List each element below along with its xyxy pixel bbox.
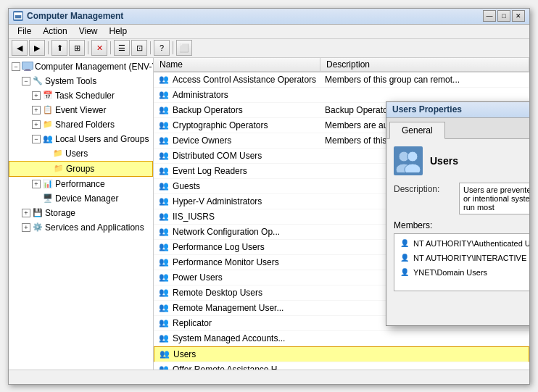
tree-local-users-groups-label: Local Users and Groups [55, 134, 149, 144]
event-viewer-expand[interactable]: + [32, 106, 41, 114]
help-button[interactable]: ? [154, 40, 170, 56]
dialog-content: Users Description: Users are prevented f… [386, 139, 529, 325]
users-expand-placeholder [42, 149, 51, 158]
system-tools-expand[interactable]: − [22, 77, 30, 86]
task-scheduler-icon: 📅 [42, 90, 54, 101]
console-button[interactable]: ⬜ [176, 40, 192, 56]
member-item-0[interactable]: 👤 NT AUTHORITY\Authenticated Users (S-1-… [397, 236, 529, 251]
list-cell-name: 👥 Users [154, 348, 321, 361]
tree-services-applications[interactable]: + ⚙️ Services and Applications [9, 220, 153, 235]
services-expand[interactable]: + [22, 223, 30, 232]
col-desc-header[interactable]: Description [320, 58, 529, 71]
dialog-members-list[interactable]: 👤 NT AUTHORITY\Authenticated Users (S-1-… [394, 233, 529, 291]
close-button[interactable]: ✕ [512, 10, 525, 22]
maximize-button[interactable]: □ [497, 10, 510, 22]
view-button[interactable]: ⊡ [131, 40, 147, 56]
group-icon: 👥 [158, 196, 170, 207]
device-manager-expand-placeholder [32, 194, 41, 203]
group-icon: 👥 [158, 257, 170, 268]
group-icon: 👥 [158, 104, 170, 116]
performance-expand[interactable]: + [32, 180, 41, 188]
member-icon-2: 👤 [399, 267, 410, 278]
menu-action[interactable]: Action [37, 25, 73, 38]
users-icon: 📁 [52, 148, 64, 159]
up-button[interactable]: ⬆ [51, 40, 67, 56]
list-cell-name: 👥 Power Users [154, 271, 320, 284]
group-icon: 👥 [158, 364, 170, 370]
group-icon: 👥 [158, 135, 170, 146]
tree-groups[interactable]: 📁 Groups [9, 161, 153, 177]
tree-event-viewer[interactable]: + 📋 Event Viewer [9, 103, 153, 117]
users-properties-dialog: Users Properties ? General [386, 101, 529, 326]
system-tools-icon: 🔧 [32, 75, 44, 87]
tree-root[interactable]: − Computer Management (ENV-Y [9, 59, 153, 74]
menu-view[interactable]: View [73, 25, 104, 38]
group-icon: 👥 [158, 226, 170, 238]
tree-local-users-groups[interactable]: − 👥 Local Users and Groups [9, 132, 153, 146]
tree-device-manager[interactable]: 🖥️ Device Manager [9, 191, 153, 206]
dialog-description-row: Description: Users are prevented from ma… [394, 183, 529, 214]
toolbar-sep-5 [173, 41, 173, 54]
local-users-groups-expand[interactable]: − [32, 135, 41, 143]
dialog-tabs: General [386, 118, 529, 139]
dialog-members-section: Members: 👤 NT AUTHORITY\Authenticated Us… [394, 220, 529, 291]
list-item[interactable]: 👥 Access Control Assistance Operators Me… [154, 72, 529, 88]
group-icon: 👥 [158, 150, 170, 162]
content-area: − Computer Management (ENV-Y − 🔧 System … [9, 58, 529, 370]
group-icon: 👥 [158, 333, 170, 344]
performance-icon: 📊 [42, 178, 54, 190]
groups-icon: 📁 [53, 163, 65, 175]
storage-icon: 💾 [32, 207, 44, 219]
menu-file[interactable]: File [12, 25, 37, 38]
back-button[interactable]: ◀ [12, 40, 28, 56]
dialog-user-name: Users [430, 155, 458, 167]
list-cell-name: 👥 Device Owners [154, 134, 320, 147]
storage-expand[interactable]: + [22, 209, 30, 217]
tree-task-scheduler[interactable]: + 📅 Task Scheduler [9, 88, 153, 103]
menu-bar: File Action View Help [9, 25, 529, 39]
shared-folders-expand[interactable]: + [32, 120, 41, 129]
delete-button[interactable]: ✕ [91, 40, 107, 56]
properties-button[interactable]: ☰ [114, 40, 130, 56]
forward-button[interactable]: ▶ [29, 40, 45, 56]
task-scheduler-expand[interactable]: + [32, 91, 41, 100]
list-panel: Name Description 👥 Access Control Assist… [154, 58, 529, 370]
list-item[interactable]: 👥 System Managed Accounts... [154, 331, 529, 346]
list-cell-name: 👥 Event Log Readers [154, 164, 320, 178]
event-viewer-icon: 📋 [42, 104, 54, 116]
member-item-2[interactable]: 👤 YNET\Domain Users [397, 265, 529, 280]
list-item[interactable]: 👥 Offer Remote Assistance H... [154, 362, 529, 370]
tree-users[interactable]: 📁 Users [9, 146, 153, 161]
root-expand-icon[interactable]: − [12, 62, 20, 71]
group-icon: 👥 [158, 89, 170, 101]
tree-event-viewer-label: Event Viewer [55, 105, 106, 115]
list-cell-name: 👥 Offer Remote Assistance H... [154, 363, 320, 370]
tree-performance[interactable]: + 📊 Performance [9, 177, 153, 191]
col-name-header[interactable]: Name [154, 58, 320, 71]
tab-general[interactable]: General [389, 122, 445, 139]
list-item[interactable]: 👥 Administrators [154, 88, 529, 103]
tree-system-tools-label: System Tools [45, 76, 96, 86]
svg-rect-4 [25, 69, 30, 70]
title-bar-buttons: — □ ✕ [483, 10, 525, 22]
tree-panel[interactable]: − Computer Management (ENV-Y − 🔧 System … [9, 58, 154, 370]
list-cell-name: 👥 Cryptographic Operators [154, 119, 320, 132]
tree-storage[interactable]: + 💾 Storage [9, 206, 153, 220]
menu-help[interactable]: Help [104, 25, 133, 38]
member-name-0: NT AUTHORITY\Authenticated Users (S-1-5-… [413, 239, 529, 248]
group-icon: 👥 [158, 211, 170, 222]
toolbar-sep-2 [88, 41, 88, 54]
svg-point-8 [407, 151, 418, 162]
dialog-description-value[interactable]: Users are prevented from making accident… [459, 183, 529, 214]
dialog-title-text: Users Properties [392, 104, 462, 114]
show-desktop-button[interactable]: ⊞ [69, 40, 85, 56]
device-manager-icon: 🖥️ [42, 193, 54, 204]
tree-system-tools[interactable]: − 🔧 System Tools [9, 74, 153, 88]
member-item-1[interactable]: 👤 NT AUTHORITY\INTERACTIVE (S-1-5-4) [397, 251, 529, 265]
svg-point-9 [405, 164, 421, 172]
tree-shared-folders[interactable]: + 📁 Shared Folders [9, 117, 153, 132]
minimize-button[interactable]: — [483, 10, 496, 22]
dialog-user-icon [394, 146, 423, 175]
users-list-item[interactable]: 👥 Users [154, 346, 529, 362]
list-cell-name: 👥 Guests [154, 180, 320, 193]
